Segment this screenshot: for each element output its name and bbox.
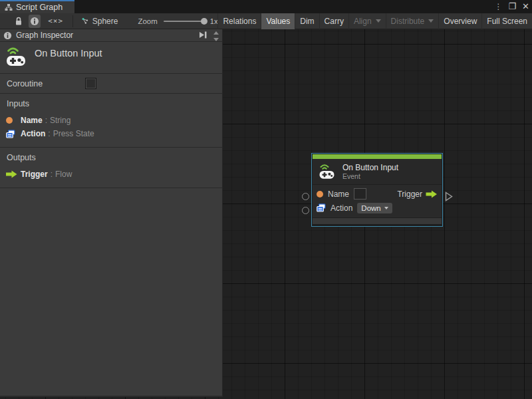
node-header: On Button Input Event xyxy=(313,159,442,185)
relations-button[interactable]: Relations xyxy=(217,13,261,29)
chevron-down-icon xyxy=(376,19,381,23)
string-port-icon xyxy=(6,117,13,124)
unity-script-graph-window: Script Graph ⋮ ❐ ✕ <×> xyxy=(0,0,532,399)
action-port-label: Action xyxy=(331,203,352,213)
port-type: Press State xyxy=(53,129,94,138)
values-button[interactable]: Values xyxy=(261,13,295,29)
gamepad-icon xyxy=(318,164,336,180)
input-row-action: Action : Press State xyxy=(0,127,222,140)
maximize-icon[interactable]: ❐ xyxy=(508,0,516,13)
zoom-slider[interactable] xyxy=(164,21,205,22)
enum-port-icon[interactable] xyxy=(317,203,326,212)
toolbar-buttons: Relations Values Dim Carry Align Distrib… xyxy=(217,13,532,29)
info-icon xyxy=(3,31,12,40)
code-view-button[interactable]: <×> xyxy=(47,15,64,28)
inputs-header: Inputs xyxy=(0,99,222,108)
toolbar-separator xyxy=(72,15,73,27)
inputs-section: Inputs Name : String Actio xyxy=(0,94,222,148)
string-port-icon[interactable] xyxy=(317,191,323,198)
output-row-trigger: Trigger : Flow xyxy=(0,168,222,181)
coroutine-checkbox[interactable] xyxy=(85,78,96,89)
lock-icon xyxy=(15,17,23,26)
chevron-down-icon xyxy=(428,19,434,23)
flow-arrow-icon[interactable] xyxy=(426,190,438,198)
coroutine-row: Coroutine xyxy=(0,74,222,94)
align-label: Align xyxy=(354,17,372,26)
hierarchy-icon xyxy=(5,3,13,11)
node-row-name: Name Trigger xyxy=(317,187,438,201)
port-name: Action xyxy=(21,129,45,138)
node-subtitle: Event xyxy=(342,172,398,180)
zoom-slider-handle[interactable] xyxy=(201,18,207,25)
dock-panel-icon[interactable] xyxy=(198,31,207,39)
unit-title-block: On Button Input xyxy=(0,42,222,74)
node-body: Name Trigger Action Down xyxy=(313,185,442,217)
title-bar: Script Graph ⋮ ❐ ✕ xyxy=(0,0,532,13)
overview-button[interactable]: Overview xyxy=(438,13,481,29)
inspector-toggle-button[interactable] xyxy=(29,15,41,28)
chevron-down-icon xyxy=(384,207,388,209)
fullscreen-button[interactable]: Full Screen xyxy=(481,13,532,29)
tab-script-graph[interactable]: Script Graph xyxy=(0,0,74,13)
info-icon xyxy=(30,17,39,26)
outputs-header: Outputs xyxy=(0,153,222,162)
port-type: Flow xyxy=(55,170,72,179)
zoom-value: 1x xyxy=(210,17,218,25)
coroutine-label: Coroutine xyxy=(7,79,85,88)
action-dropdown-value: Down xyxy=(361,204,380,212)
close-icon[interactable]: ✕ xyxy=(522,0,529,13)
trigger-port-label: Trigger xyxy=(397,190,422,199)
menu-kebab-icon[interactable]: ⋮ xyxy=(494,0,502,13)
port-name: Trigger xyxy=(21,170,48,179)
window-controls: ⋮ ❐ ✕ xyxy=(494,0,529,13)
external-output-port[interactable] xyxy=(445,192,453,201)
port-colon: : xyxy=(45,116,47,125)
external-input-port[interactable] xyxy=(302,207,309,214)
unit-title: On Button Input xyxy=(35,48,102,59)
enum-port-icon xyxy=(6,130,15,138)
port-name: Name xyxy=(21,116,43,125)
name-input-field[interactable] xyxy=(354,188,366,200)
node-footer xyxy=(313,217,442,224)
gamepad-icon xyxy=(5,47,27,68)
align-dropdown[interactable]: Align xyxy=(348,13,386,29)
scroll-up-icon[interactable] xyxy=(213,31,219,35)
port-colon: : xyxy=(51,170,53,179)
external-input-port[interactable] xyxy=(302,193,309,200)
distribute-label: Distribute xyxy=(391,17,425,26)
port-colon: : xyxy=(48,129,50,138)
inspector-title: Graph Inspector xyxy=(16,31,73,40)
tab-label: Script Graph xyxy=(16,3,63,12)
graph-toolbar: <×> Sphere Zoom 1x Relations Values Dim … xyxy=(0,13,532,29)
flow-arrow-icon xyxy=(6,170,17,178)
node-title: On Button Input xyxy=(342,163,398,172)
node-event-color-bar xyxy=(313,154,442,159)
graph-owner-label[interactable]: Sphere xyxy=(92,17,118,26)
dim-button[interactable]: Dim xyxy=(295,13,319,29)
name-port-label: Name xyxy=(328,190,349,199)
inspector-scroll-arrows[interactable] xyxy=(211,29,221,43)
action-dropdown[interactable]: Down xyxy=(357,203,392,213)
lock-button[interactable] xyxy=(15,15,23,28)
inspector-header: Graph Inspector xyxy=(0,29,222,42)
port-type: String xyxy=(50,116,70,125)
distribute-dropdown[interactable]: Distribute xyxy=(386,13,439,29)
graph-inspector-panel: Graph Inspector On Button Input xyxy=(0,29,223,397)
graph-owner-icon xyxy=(82,16,89,27)
input-row-name: Name : String xyxy=(0,114,222,127)
node-row-action: Action Down xyxy=(317,201,438,215)
zoom-label: Zoom xyxy=(138,17,157,25)
outputs-section: Outputs Trigger : Flow xyxy=(0,148,222,188)
on-button-input-node[interactable]: On Button Input Event Name Trigger xyxy=(311,153,443,227)
scroll-down-icon[interactable] xyxy=(213,38,219,41)
carry-button[interactable]: Carry xyxy=(319,13,348,29)
